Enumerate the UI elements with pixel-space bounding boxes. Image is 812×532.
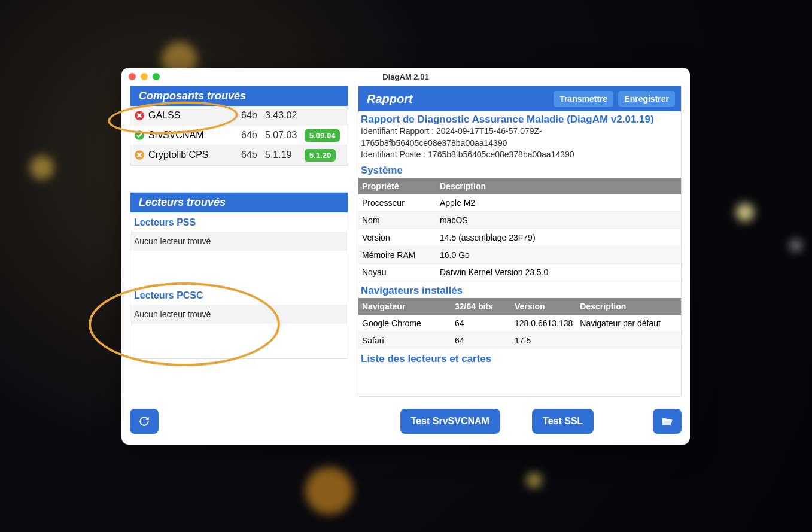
app-window: DiagAM 2.01 Composants trouvés GALSS 64b… (121, 68, 690, 445)
bottom-bar: Test SrvSVCNAM Test SSL (121, 403, 690, 445)
components-list: GALSS 64b 3.43.02 SrvSVCNAM 64b 5.07.03 … (130, 106, 348, 165)
browser-bits: 64 (451, 315, 511, 332)
readers-pss-message: Aucun lecteur trouvé (130, 232, 348, 251)
sys-prop: Processeur (358, 194, 436, 212)
folder-open-icon (661, 416, 673, 427)
spacer (130, 251, 348, 285)
browsers-table: Navigateur 32/64 bits Version Descriptio… (358, 298, 681, 349)
test-srv-button[interactable]: Test SrvSVCNAM (400, 409, 500, 434)
table-row: NoyauDarwin Kernel Version 23.5.0 (358, 263, 681, 281)
table-row: Mémoire RAM16.0 Go (358, 246, 681, 263)
browsers-col-bits: 32/64 bits (451, 298, 511, 315)
sys-desc: macOS (436, 211, 681, 229)
component-version: 5.1.19 (265, 150, 305, 160)
browser-desc: Navigateur par défaut (576, 315, 681, 332)
readers-panel: Lecteurs trouvés Lecteurs PSS Aucun lect… (130, 192, 348, 359)
content-area: Composants trouvés GALSS 64b 3.43.02 Srv… (121, 86, 690, 403)
browsers-col-desc: Description (576, 298, 681, 315)
browsers-col-name: Navigateur (358, 298, 451, 315)
browser-name: Google Chrome (358, 315, 451, 332)
spacer (130, 324, 348, 358)
table-row: ProcesseurApple M2 (358, 194, 681, 212)
table-row: NommacOS (358, 211, 681, 229)
component-name: GALSS (148, 110, 241, 121)
report-body: Rapport de Diagnostic Assurance Maladie … (358, 111, 681, 396)
ident-poste-value: 1765b8fb56405ce08e378ba00aa14390 (428, 150, 574, 159)
component-row: GALSS 64b 3.43.02 (130, 106, 348, 126)
report-panel: Rapport Transmettre Enregistrer Rapport … (358, 86, 682, 397)
table-row: Version14.5 (assemblage 23F79) (358, 229, 681, 246)
sys-prop: Version (358, 229, 436, 246)
component-name: SrvSVCNAM (148, 130, 241, 141)
browser-bits: 64 (451, 332, 511, 349)
system-col-prop: Propriété (358, 178, 436, 194)
right-column: Rapport Transmettre Enregistrer Rapport … (358, 86, 682, 397)
window-title: DiagAM 2.01 (121, 72, 690, 81)
components-header: Composants trouvés (130, 86, 348, 106)
components-panel: Composants trouvés GALSS 64b 3.43.02 Srv… (130, 86, 348, 166)
error-icon (134, 110, 145, 121)
system-col-desc: Description (436, 178, 681, 194)
update-badge[interactable]: 5.1.20 (305, 149, 336, 162)
browser-name: Safari (358, 332, 451, 349)
system-section-header: Système (358, 161, 681, 178)
system-table: Propriété Description ProcesseurApple M2… (358, 178, 681, 281)
ok-icon (134, 130, 145, 141)
readers-header: Lecteurs trouvés (130, 193, 348, 212)
update-badge[interactable]: 5.09.04 (305, 129, 340, 142)
report-title: Rapport de Diagnostic Assurance Maladie … (358, 114, 681, 126)
browsers-section-header: Navigateurs installés (358, 281, 681, 298)
component-name: Cryptolib CPS (148, 150, 241, 160)
report-header: Rapport Transmettre Enregistrer (358, 86, 681, 111)
table-row: Safari 64 17.5 (358, 332, 681, 349)
component-version: 3.43.02 (265, 110, 305, 121)
test-ssl-button[interactable]: Test SSL (532, 409, 594, 434)
readers-cards-section-header: Liste des lecteurs et cartes (358, 349, 681, 366)
sys-prop: Mémoire RAM (358, 246, 436, 263)
ident-report-label: Identifiant Rapport : (361, 126, 436, 136)
left-column: Composants trouvés GALSS 64b 3.43.02 Srv… (130, 86, 348, 397)
browser-version: 128.0.6613.138 (511, 315, 576, 332)
readers-pcsc-title: Lecteurs PCSC (130, 285, 348, 305)
sys-prop: Noyau (358, 263, 436, 281)
warn-icon (134, 150, 145, 160)
component-row: SrvSVCNAM 64b 5.07.03 5.09.04 (130, 126, 348, 145)
sys-desc: 14.5 (assemblage 23F79) (436, 229, 681, 246)
sys-desc: 16.0 Go (436, 246, 681, 263)
component-update-slot: 5.1.20 (305, 150, 344, 160)
save-button[interactable]: Enregistrer (618, 91, 675, 107)
browser-desc (576, 332, 681, 349)
component-update-slot: 5.09.04 (305, 130, 344, 141)
readers-pcsc-message: Aucun lecteur trouvé (130, 305, 348, 324)
component-bits: 64b (241, 130, 265, 141)
ident-poste-label: Identifiant Poste : (361, 150, 428, 159)
browsers-col-version: Version (511, 298, 576, 315)
report-ident-report: Identifiant Rapport : 2024-09-17T15-46-5… (358, 126, 681, 149)
refresh-icon (139, 416, 150, 427)
sys-desc: Darwin Kernel Version 23.5.0 (436, 263, 681, 281)
open-folder-button[interactable] (653, 409, 682, 434)
browser-version: 17.5 (511, 332, 576, 349)
sys-desc: Apple M2 (436, 194, 681, 212)
readers-pss-title: Lecteurs PSS (130, 212, 348, 232)
refresh-button[interactable] (130, 409, 159, 434)
transmit-button[interactable]: Transmettre (554, 91, 613, 107)
report-ident-poste: Identifiant Poste : 1765b8fb56405ce08e37… (358, 149, 681, 161)
component-bits: 64b (241, 110, 265, 121)
table-row: Google Chrome 64 128.0.6613.138 Navigate… (358, 315, 681, 332)
component-bits: 64b (241, 150, 265, 160)
component-row: Cryptolib CPS 64b 5.1.19 5.1.20 (130, 145, 348, 165)
component-version: 5.07.03 (265, 130, 305, 141)
titlebar: DiagAM 2.01 (121, 68, 690, 86)
sys-prop: Nom (358, 211, 436, 229)
report-header-title: Rapport (367, 92, 413, 106)
